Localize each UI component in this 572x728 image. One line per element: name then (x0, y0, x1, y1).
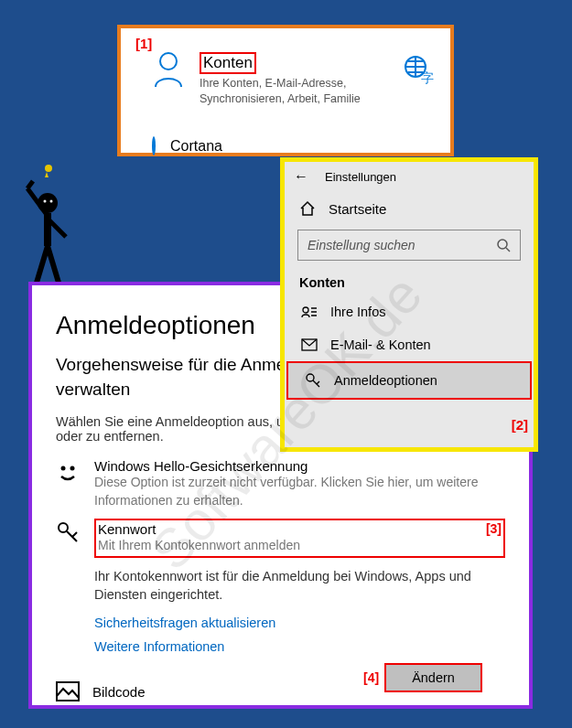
svg-point-2 (44, 200, 47, 203)
option-hello-face[interactable]: Windows Hello-Gesichtserkennung Diese Op… (56, 458, 505, 509)
password-info-text: Ihr Kontokennwort ist für die Anmeldung … (94, 567, 479, 605)
accounts-tile-desc: Ihre Konten, E-Mail-Adresse, Synchronisi… (200, 76, 373, 107)
search-input[interactable]: Einstellung suchen (297, 230, 521, 261)
decorative-figure (16, 159, 73, 287)
option-picture-password[interactable]: Bildcode (56, 681, 146, 701)
sidebar-section-konten: Konten (285, 270, 534, 295)
sidebar-home-label: Startseite (329, 201, 386, 217)
link-more-info[interactable]: Weitere Informationen (94, 639, 505, 654)
svg-point-8 (303, 307, 308, 313)
sidebar-item-your-info[interactable]: Ihre Infos (285, 295, 534, 328)
callout-1: [1] (135, 36, 152, 51)
option-title: Windows Hello-Gesichtserkennung (94, 458, 505, 474)
svg-point-7 (498, 240, 507, 249)
svg-point-4 (160, 53, 177, 70)
svg-point-0 (45, 165, 52, 172)
face-icon (56, 460, 81, 509)
sidebar-item-label: Anmeldeoptionen (334, 373, 437, 388)
sidebar-item-label: E-Mail- & Konten (330, 337, 431, 352)
svg-point-11 (61, 466, 66, 471)
callout-2: [2] (512, 417, 528, 433)
key-icon (305, 372, 321, 389)
callout-3: [3] (486, 521, 502, 536)
search-placeholder: Einstellung suchen (308, 238, 416, 252)
option-title: Kennwort (98, 521, 502, 537)
option-password[interactable]: [3] Kennwort Mit Ihrem Kontokennwort anm… (56, 519, 505, 558)
sidebar-item-label: Ihre Infos (330, 305, 385, 319)
option-subtitle: Mit Ihrem Kontokennwort anmelden (98, 537, 502, 555)
svg-point-10 (307, 374, 314, 381)
window-header: ← Einstellungen (285, 162, 534, 191)
search-icon (496, 238, 511, 252)
svg-text:字: 字 (421, 70, 434, 85)
language-icon[interactable]: 字 (403, 54, 436, 87)
person-card-icon (301, 305, 318, 319)
callout-4: [4] (363, 670, 379, 685)
settings-sidebar-window: ← Einstellungen Startseite Einstellung s… (280, 157, 538, 452)
picture-icon (56, 681, 80, 701)
accounts-tile-row[interactable]: Konten Ihre Konten, E-Mail-Adresse, Sync… (152, 50, 373, 107)
cortana-label: Cortana (170, 138, 222, 155)
home-icon (299, 200, 316, 217)
sidebar-item-email-accounts[interactable]: E-Mail- & Konten (285, 328, 534, 361)
settings-tile-accounts: [1] Konten Ihre Konten, E-Mail-Adresse, … (117, 25, 454, 156)
window-title: Einstellungen (325, 170, 396, 184)
svg-point-13 (59, 523, 68, 532)
svg-point-3 (50, 200, 53, 203)
option-subtitle: Diese Option ist zurzeit nicht verfügbar… (94, 474, 505, 509)
person-icon (152, 50, 185, 107)
option-title: Bildcode (92, 684, 146, 700)
change-button[interactable]: Ändern (384, 663, 482, 692)
key-icon (56, 520, 81, 558)
mail-icon (301, 338, 318, 351)
sidebar-item-signin-options[interactable]: Anmeldeoptionen (286, 361, 532, 400)
link-security-questions[interactable]: Sicherheitsfragen aktualisieren (94, 616, 505, 630)
back-icon[interactable]: ← (294, 168, 308, 185)
cortana-tile-row[interactable]: Cortana (152, 138, 222, 155)
svg-point-12 (70, 466, 75, 471)
cortana-icon (152, 138, 156, 155)
sidebar-home[interactable]: Startseite (285, 191, 534, 226)
accounts-tile-title: Konten (200, 52, 256, 74)
